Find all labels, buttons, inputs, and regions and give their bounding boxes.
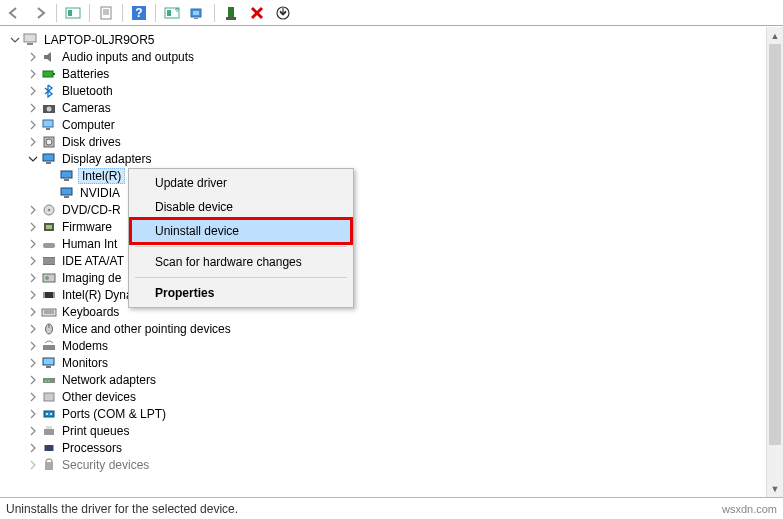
tree-category-label: Processors xyxy=(60,441,124,455)
svg-rect-74 xyxy=(45,462,53,470)
expand-icon[interactable] xyxy=(26,101,40,115)
expand-icon[interactable] xyxy=(26,305,40,319)
tree-category[interactable]: Processors xyxy=(4,439,761,456)
tree-category[interactable]: Print queues xyxy=(4,422,761,439)
expand-icon[interactable] xyxy=(26,220,40,234)
show-hidden-button[interactable] xyxy=(61,2,85,24)
svg-rect-16 xyxy=(24,34,36,42)
scroll-up-button[interactable]: ▲ xyxy=(767,27,783,44)
expand-icon[interactable] xyxy=(26,118,40,132)
expand-icon[interactable] xyxy=(26,390,40,404)
tree-category[interactable]: Security devices xyxy=(4,456,761,473)
computer-icon xyxy=(40,117,58,133)
tree-category[interactable]: Ports (COM & LPT) xyxy=(4,405,761,422)
tree-category-label: Human Int xyxy=(60,237,119,251)
context-menu-item[interactable]: Uninstall device xyxy=(131,219,351,243)
tree-root[interactable]: LAPTOP-0LJR9OR5 xyxy=(4,31,761,48)
tree-category-label: DVD/CD-R xyxy=(60,203,123,217)
tree-device[interactable]: Intel(R) xyxy=(4,167,761,184)
expand-icon[interactable] xyxy=(26,288,40,302)
tree-category-label: Audio inputs and outputs xyxy=(60,50,196,64)
expand-icon[interactable] xyxy=(26,67,40,81)
update-driver-button[interactable] xyxy=(160,2,184,24)
expand-icon[interactable] xyxy=(26,407,40,421)
collapse-icon[interactable] xyxy=(26,152,40,166)
chip-icon xyxy=(40,287,58,303)
device-tree[interactable]: LAPTOP-0LJR9OR5 Audio inputs and outputs… xyxy=(4,31,761,497)
context-menu-item[interactable]: Update driver xyxy=(131,171,351,195)
svg-point-64 xyxy=(50,413,52,415)
security-icon xyxy=(40,457,58,473)
svg-rect-18 xyxy=(43,71,53,77)
vertical-scrollbar[interactable]: ▲ ▼ xyxy=(766,27,783,497)
expand-icon[interactable] xyxy=(26,356,40,370)
tree-category[interactable]: Batteries xyxy=(4,65,761,82)
back-button[interactable] xyxy=(2,2,26,24)
tree-category[interactable]: DVD/CD-R xyxy=(4,201,761,218)
svg-rect-12 xyxy=(194,18,198,19)
expand-icon[interactable] xyxy=(26,339,40,353)
tree-device[interactable]: NVIDIA xyxy=(4,184,761,201)
uninstall-button[interactable] xyxy=(245,2,269,24)
scan-hardware-button[interactable] xyxy=(186,2,210,24)
context-menu-item[interactable]: Disable device xyxy=(131,195,351,219)
forward-button[interactable] xyxy=(28,2,52,24)
expand-icon[interactable] xyxy=(26,424,40,438)
expand-icon[interactable] xyxy=(26,237,40,251)
tree-category[interactable]: Disk drives xyxy=(4,133,761,150)
expand-icon[interactable] xyxy=(26,458,40,472)
port-icon xyxy=(40,406,58,422)
tree-category[interactable]: Other devices xyxy=(4,388,761,405)
add-legacy-button[interactable] xyxy=(219,2,243,24)
tree-category[interactable]: Display adapters xyxy=(4,150,761,167)
ide-icon xyxy=(40,253,58,269)
tree-category[interactable]: Cameras xyxy=(4,99,761,116)
tree-category[interactable]: Keyboards xyxy=(4,303,761,320)
toolbar-separator xyxy=(56,4,57,22)
context-menu: Update driver Disable device Uninstall d… xyxy=(128,168,354,308)
expand-icon[interactable] xyxy=(26,50,40,64)
expand-icon[interactable] xyxy=(26,373,40,387)
tree-category-label: Security devices xyxy=(60,458,151,472)
mouse-icon xyxy=(40,321,58,337)
monitor-icon xyxy=(40,355,58,371)
tree-device-label: NVIDIA xyxy=(78,186,122,200)
tree-category[interactable]: Audio inputs and outputs xyxy=(4,48,761,65)
svg-rect-14 xyxy=(226,17,236,20)
properties-button[interactable] xyxy=(94,2,118,24)
context-menu-item-label: Properties xyxy=(155,286,214,300)
context-menu-item[interactable]: Properties xyxy=(131,281,351,305)
svg-rect-66 xyxy=(46,426,52,429)
expand-icon[interactable] xyxy=(26,203,40,217)
scroll-down-button[interactable]: ▼ xyxy=(767,480,783,497)
scroll-thumb[interactable] xyxy=(769,44,781,445)
help-button[interactable]: ? xyxy=(127,2,151,24)
tree-category[interactable]: Monitors xyxy=(4,354,761,371)
more-button[interactable] xyxy=(271,2,295,24)
expand-icon[interactable] xyxy=(26,271,40,285)
expand-icon[interactable] xyxy=(26,84,40,98)
tree-category[interactable]: Imaging de xyxy=(4,269,761,286)
expand-icon[interactable] xyxy=(26,135,40,149)
tree-category[interactable]: Network adapters xyxy=(4,371,761,388)
tree-category[interactable]: Mice and other pointing devices xyxy=(4,320,761,337)
expand-icon[interactable] xyxy=(26,322,40,336)
expand-icon[interactable] xyxy=(26,441,40,455)
tree-category[interactable]: Human Int xyxy=(4,235,761,252)
other-icon xyxy=(40,389,58,405)
scroll-track[interactable] xyxy=(767,44,783,480)
tree-category-label: Firmware xyxy=(60,220,114,234)
tree-panel: LAPTOP-0LJR9OR5 Audio inputs and outputs… xyxy=(0,26,783,497)
tree-category[interactable]: Firmware xyxy=(4,218,761,235)
collapse-icon[interactable] xyxy=(8,33,22,47)
svg-rect-22 xyxy=(43,120,53,127)
dvd-icon xyxy=(40,202,58,218)
context-menu-item[interactable]: Scan for hardware changes xyxy=(131,250,351,274)
tree-category[interactable]: Modems xyxy=(4,337,761,354)
tree-category[interactable]: Computer xyxy=(4,116,761,133)
toolbar-separator xyxy=(155,4,156,22)
tree-category[interactable]: Bluetooth xyxy=(4,82,761,99)
tree-category[interactable]: Intel(R) Dynamic Platform and Thermal Fr… xyxy=(4,286,761,303)
expand-icon[interactable] xyxy=(26,254,40,268)
tree-category[interactable]: IDE ATA/AT xyxy=(4,252,761,269)
